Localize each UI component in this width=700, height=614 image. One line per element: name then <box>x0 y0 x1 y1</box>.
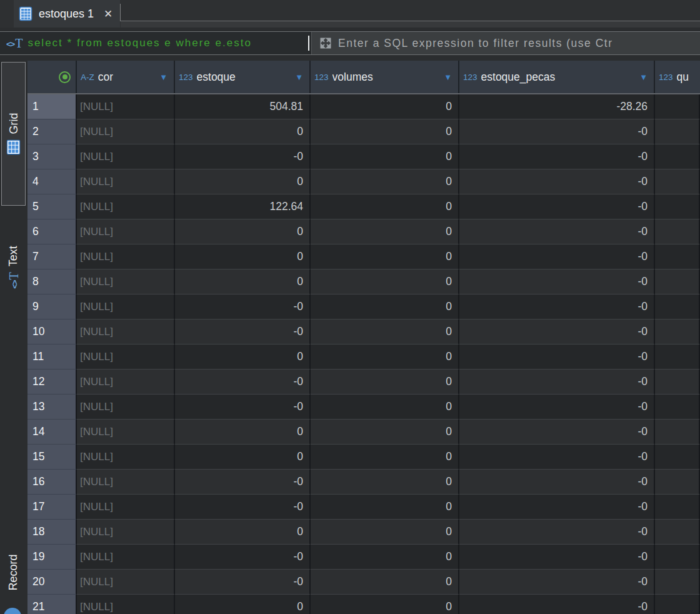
cell-qu[interactable] <box>655 294 700 320</box>
cell-volumes[interactable]: 0 <box>311 320 459 345</box>
row-number-cell[interactable]: 17 <box>28 495 77 520</box>
cell-estoque[interactable]: 0 <box>175 520 311 545</box>
cell-volumes[interactable]: 0 <box>311 294 459 320</box>
cell-estoque-pecas[interactable]: -0 <box>459 345 655 370</box>
cell-volumes[interactable]: 0 <box>311 420 459 445</box>
cell-estoque-pecas[interactable]: -0 <box>459 244 655 269</box>
row-number-cell[interactable]: 12 <box>28 370 77 395</box>
row-number-cell[interactable]: 8 <box>28 269 77 294</box>
row-number-cell[interactable]: 11 <box>28 345 77 370</box>
cell-estoque-pecas[interactable]: -0 <box>459 320 655 345</box>
cell-cor[interactable]: [NULL] <box>77 345 175 370</box>
cell-estoque[interactable]: 0 <box>175 119 311 144</box>
cell-qu[interactable] <box>655 244 700 269</box>
cell-cor[interactable]: [NULL] <box>77 395 175 420</box>
cell-estoque[interactable]: 0 <box>175 595 311 614</box>
cell-volumes[interactable]: 0 <box>311 194 459 219</box>
cell-cor[interactable]: [NULL] <box>77 495 175 520</box>
cell-cor[interactable]: [NULL] <box>77 294 175 320</box>
grid-corner-cell[interactable] <box>28 61 77 93</box>
cell-estoque[interactable]: 0 <box>175 345 311 370</box>
cell-volumes[interactable]: 0 <box>311 595 459 614</box>
cell-estoque[interactable]: -0 <box>175 370 311 395</box>
cell-volumes[interactable]: 0 <box>311 345 459 370</box>
row-number-cell[interactable]: 6 <box>28 219 77 244</box>
cell-qu[interactable] <box>655 545 700 570</box>
row-number-cell[interactable]: 10 <box>28 320 77 345</box>
sql-filter-input[interactable]: <>T select * from estoques e where e.est… <box>0 32 312 54</box>
cell-volumes[interactable]: 0 <box>311 570 459 595</box>
row-number-cell[interactable]: 4 <box>28 169 77 194</box>
cell-qu[interactable] <box>655 520 700 545</box>
cell-qu[interactable] <box>655 445 700 470</box>
sidebar-tab-grid[interactable]: Grid <box>1 62 26 206</box>
row-indicator-radio-icon[interactable] <box>59 71 71 83</box>
cell-estoque[interactable]: 0 <box>175 169 311 194</box>
cell-cor[interactable]: [NULL] <box>77 370 175 395</box>
cell-estoque[interactable]: -0 <box>175 144 311 169</box>
cell-volumes[interactable]: 0 <box>311 520 459 545</box>
cell-estoque-pecas[interactable]: -0 <box>459 269 655 294</box>
cell-cor[interactable]: [NULL] <box>77 420 175 445</box>
cell-cor[interactable]: [NULL] <box>77 244 175 269</box>
cell-qu[interactable] <box>655 395 700 420</box>
cell-qu[interactable] <box>655 119 700 144</box>
cell-volumes[interactable]: 0 <box>311 219 459 244</box>
cell-estoque-pecas[interactable]: -0 <box>459 169 655 194</box>
cell-cor[interactable]: [NULL] <box>77 119 175 144</box>
cell-estoque-pecas[interactable]: -0 <box>459 219 655 244</box>
expand-filter-icon[interactable] <box>319 37 332 49</box>
cell-estoque[interactable]: -0 <box>175 395 311 420</box>
row-number-cell[interactable]: 16 <box>28 470 77 495</box>
cell-cor[interactable]: [NULL] <box>77 94 175 119</box>
cell-estoque-pecas[interactable]: -0 <box>459 470 655 495</box>
sidebar-toggle-record[interactable]: Record <box>1 535 26 610</box>
cell-estoque-pecas[interactable]: -0 <box>459 420 655 445</box>
cell-qu[interactable] <box>655 595 700 614</box>
cell-estoque-pecas[interactable]: -0 <box>459 194 655 219</box>
cell-volumes[interactable]: 0 <box>311 169 459 194</box>
cell-qu[interactable] <box>655 219 700 244</box>
cell-qu[interactable] <box>655 470 700 495</box>
row-number-cell[interactable]: 13 <box>28 395 77 420</box>
cell-estoque-pecas[interactable]: -0 <box>459 144 655 169</box>
cell-estoque-pecas[interactable]: -0 <box>459 545 655 570</box>
column-header-volumes[interactable]: 123 volumes ▼ <box>311 61 459 93</box>
cell-cor[interactable]: [NULL] <box>77 219 175 244</box>
cell-cor[interactable]: [NULL] <box>77 269 175 294</box>
cell-cor[interactable]: [NULL] <box>77 445 175 470</box>
cell-cor[interactable]: [NULL] <box>77 570 175 595</box>
cell-estoque-pecas[interactable]: -0 <box>459 294 655 320</box>
cell-cor[interactable]: [NULL] <box>77 520 175 545</box>
cell-qu[interactable] <box>655 320 700 345</box>
cell-estoque-pecas[interactable]: -0 <box>459 395 655 420</box>
cell-qu[interactable] <box>655 144 700 169</box>
cell-estoque[interactable]: 0 <box>175 219 311 244</box>
cell-estoque-pecas[interactable]: -0 <box>459 495 655 520</box>
cell-volumes[interactable]: 0 <box>311 370 459 395</box>
tab-close-icon[interactable]: ✕ <box>104 9 112 19</box>
row-number-cell[interactable]: 15 <box>28 445 77 470</box>
cell-volumes[interactable]: 0 <box>311 395 459 420</box>
row-number-cell[interactable]: 5 <box>28 194 77 219</box>
filter-placeholder[interactable]: Enter a SQL expression to filter results… <box>338 37 613 50</box>
cell-volumes[interactable]: 0 <box>311 94 459 119</box>
row-number-cell[interactable]: 18 <box>28 520 77 545</box>
cell-qu[interactable] <box>655 169 700 194</box>
cell-qu[interactable] <box>655 345 700 370</box>
cell-estoque[interactable]: 0 <box>175 420 311 445</box>
cell-estoque-pecas[interactable]: -0 <box>459 445 655 470</box>
cell-qu[interactable] <box>655 420 700 445</box>
row-number-cell[interactable]: 3 <box>28 144 77 169</box>
cell-estoque[interactable]: -0 <box>175 470 311 495</box>
cell-estoque-pecas[interactable]: -0 <box>459 570 655 595</box>
row-number-cell[interactable]: 2 <box>28 119 77 144</box>
row-number-cell[interactable]: 20 <box>28 570 77 595</box>
row-number-cell[interactable]: 7 <box>28 244 77 269</box>
sidebar-tab-text[interactable]: <>T Text <box>1 217 26 317</box>
cell-estoque-pecas[interactable]: -28.26 <box>459 94 655 119</box>
cell-estoque[interactable]: -0 <box>175 495 311 520</box>
cell-volumes[interactable]: 0 <box>311 244 459 269</box>
column-dropdown-icon[interactable]: ▼ <box>639 73 648 82</box>
cell-estoque[interactable]: 0 <box>175 244 311 269</box>
